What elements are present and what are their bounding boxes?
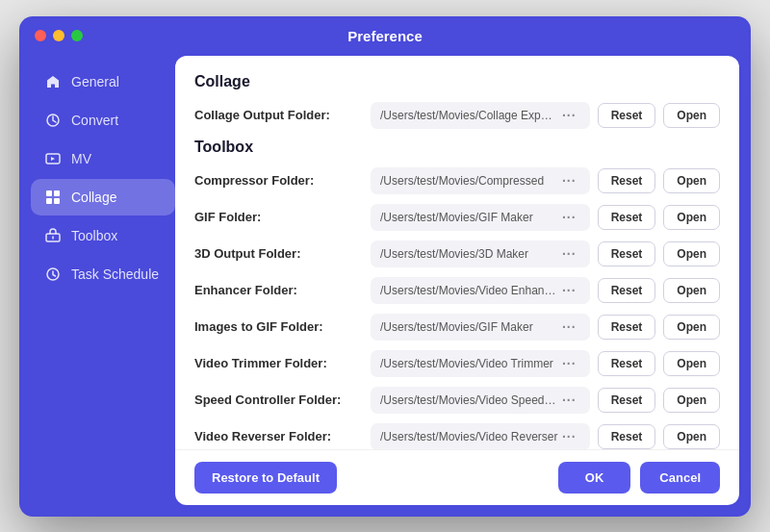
gif-row: GIF Folder: /Users/test/Movies/GIF Maker… [194,204,720,231]
title-bar: Preference [19,16,751,56]
speed-controller-reset-btn[interactable]: Reset [598,388,656,413]
3d-output-label: 3D Output Folder: [194,246,363,261]
gif-path-container: /Users/test/Movies/GIF Maker ··· [371,204,590,231]
sidebar-item-mv-label: MV [71,151,91,166]
video-trimmer-label: Video Trimmer Folder: [194,356,363,370]
sidebar-item-convert[interactable]: Convert [31,102,175,139]
sidebar-item-toolbox-label: Toolbox [71,228,117,243]
images-gif-reset-btn[interactable]: Reset [598,315,656,340]
speed-controller-path: /Users/test/Movies/Video Speed Controlle… [380,393,558,407]
gif-open-btn[interactable]: Open [663,205,720,230]
content-footer: Restore to Default OK Cancel [175,449,739,505]
enhancer-open-btn[interactable]: Open [663,278,720,303]
collage-output-dots-btn[interactable]: ··· [558,108,580,123]
compressor-label: Compressor Folder: [194,173,363,188]
window-body: General Convert MV [19,56,751,517]
compressor-row: Compressor Folder: /Users/test/Movies/Co… [194,167,720,194]
gif-dots-btn[interactable]: ··· [558,210,580,225]
traffic-lights [35,30,83,41]
restore-default-button[interactable]: Restore to Default [194,462,337,494]
video-reverser-label: Video Reverser Folder: [194,429,363,443]
images-gif-label: Images to GIF Folder: [194,319,363,334]
maximize-button[interactable] [71,30,83,41]
video-trimmer-open-btn[interactable]: Open [663,351,720,376]
compressor-open-btn[interactable]: Open [663,168,720,193]
gif-reset-btn[interactable]: Reset [598,205,656,230]
collage-output-open-btn[interactable]: Open [663,103,720,128]
svg-rect-5 [54,198,60,204]
content-scroll[interactable]: Collage Collage Output Folder: /Users/te… [175,56,739,449]
task-schedule-icon [44,266,62,283]
enhancer-dots-btn[interactable]: ··· [558,283,580,298]
collage-icon [44,189,62,206]
sidebar-item-collage[interactable]: Collage [31,179,175,215]
images-gif-open-btn[interactable]: Open [663,315,720,340]
video-reverser-row: Video Reverser Folder: /Users/test/Movie… [194,423,720,449]
svg-rect-2 [46,190,52,196]
images-gif-path-container: /Users/test/Movies/GIF Maker ··· [371,314,590,341]
video-trimmer-row: Video Trimmer Folder: /Users/test/Movies… [194,350,720,377]
compressor-reset-btn[interactable]: Reset [598,168,656,193]
3d-output-row: 3D Output Folder: /Users/test/Movies/3D … [194,241,720,267]
sidebar-item-collage-label: Collage [71,190,116,205]
compressor-dots-btn[interactable]: ··· [558,173,580,189]
collage-section-title: Collage [194,73,720,90]
speed-controller-label: Speed Controller Folder: [194,393,363,407]
video-reverser-reset-btn[interactable]: Reset [598,424,656,449]
3d-output-dots-btn[interactable]: ··· [558,246,580,262]
enhancer-row: Enhancer Folder: /Users/test/Movies/Vide… [194,277,720,304]
collage-output-row: Collage Output Folder: /Users/test/Movie… [194,102,720,129]
speed-controller-path-container: /Users/test/Movies/Video Speed Controlle… [371,387,590,414]
home-icon [44,73,62,90]
sidebar-item-toolbox[interactable]: Toolbox [31,217,175,254]
toolbox-icon [44,227,62,244]
video-trimmer-path: /Users/test/Movies/Video Trimmer [380,357,558,370]
preference-window: Preference General Conve [19,16,751,517]
video-reverser-open-btn[interactable]: Open [663,424,720,449]
collage-output-path-container: /Users/test/Movies/Collage Exported ··· [371,102,590,129]
sidebar-item-task-schedule[interactable]: Task Schedule [31,256,175,292]
video-reverser-dots-btn[interactable]: ··· [558,429,580,444]
cancel-button[interactable]: Cancel [640,462,720,494]
gif-path: /Users/test/Movies/GIF Maker [380,211,558,224]
mv-icon [44,150,62,167]
3d-output-path: /Users/test/Movies/3D Maker [380,247,558,261]
collage-output-path: /Users/test/Movies/Collage Exported [380,109,558,122]
convert-icon [44,112,62,129]
images-gif-dots-btn[interactable]: ··· [558,319,580,335]
images-gif-row: Images to GIF Folder: /Users/test/Movies… [194,314,720,341]
compressor-path-container: /Users/test/Movies/Compressed ··· [371,167,590,194]
video-trimmer-path-container: /Users/test/Movies/Video Trimmer ··· [371,350,590,377]
ok-button[interactable]: OK [558,462,631,494]
window-title: Preference [347,28,423,44]
sidebar-item-general[interactable]: General [31,63,175,100]
enhancer-path-container: /Users/test/Movies/Video Enhancer ··· [371,277,590,304]
3d-output-reset-btn[interactable]: Reset [598,241,656,266]
video-reverser-path-container: /Users/test/Movies/Video Reverser ··· [371,423,590,449]
images-gif-path: /Users/test/Movies/GIF Maker [380,320,558,334]
close-button[interactable] [35,30,46,41]
speed-controller-dots-btn[interactable]: ··· [558,393,580,408]
svg-rect-4 [46,198,52,204]
video-reverser-path: /Users/test/Movies/Video Reverser [380,430,558,443]
sidebar-item-general-label: General [71,74,119,89]
svg-rect-3 [54,190,60,196]
video-trimmer-dots-btn[interactable]: ··· [558,356,580,371]
sidebar: General Convert MV [31,56,175,505]
minimize-button[interactable] [53,30,64,41]
3d-output-path-container: /Users/test/Movies/3D Maker ··· [371,241,590,267]
toolbox-section-title: Toolbox [194,139,720,156]
enhancer-reset-btn[interactable]: Reset [598,278,656,303]
enhancer-path: /Users/test/Movies/Video Enhancer [380,284,558,297]
sidebar-item-convert-label: Convert [71,113,118,128]
sidebar-item-mv[interactable]: MV [31,140,175,177]
speed-controller-open-btn[interactable]: Open [663,388,720,413]
sidebar-item-task-schedule-label: Task Schedule [71,266,159,282]
collage-output-reset-btn[interactable]: Reset [598,103,656,128]
gif-label: GIF Folder: [194,210,363,224]
speed-controller-row: Speed Controller Folder: /Users/test/Mov… [194,387,720,414]
footer-right-buttons: OK Cancel [558,462,720,494]
enhancer-label: Enhancer Folder: [194,283,363,297]
video-trimmer-reset-btn[interactable]: Reset [598,351,656,376]
3d-output-open-btn[interactable]: Open [663,241,720,266]
